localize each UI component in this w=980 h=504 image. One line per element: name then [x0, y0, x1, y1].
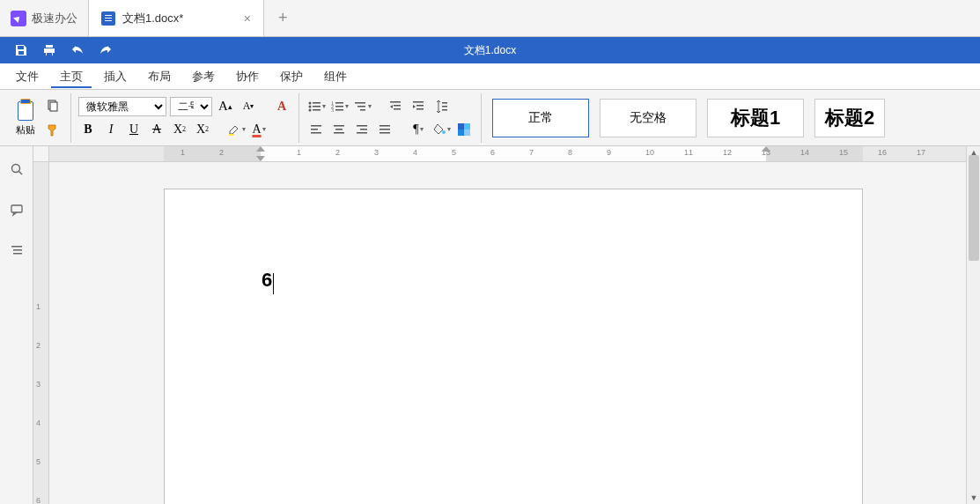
menu-plugin[interactable]: 组件	[315, 65, 356, 88]
copy-icon	[46, 99, 60, 113]
svg-rect-6	[313, 106, 321, 107]
font-name-select[interactable]: 微软雅黑	[78, 97, 166, 116]
underline-button[interactable]: U	[124, 120, 144, 139]
ruler-corner	[33, 146, 49, 162]
decrease-indent-icon	[388, 100, 402, 114]
multilevel-list-button[interactable]: ▾	[352, 97, 372, 116]
svg-rect-17	[360, 109, 365, 111]
add-tab-button[interactable]: +	[264, 9, 302, 27]
document-page[interactable]: 6	[164, 189, 863, 504]
svg-rect-18	[390, 101, 401, 103]
menu-reference[interactable]: 参考	[183, 65, 224, 88]
style-normal-label: 正常	[528, 110, 553, 126]
menu-collab[interactable]: 协作	[227, 65, 268, 88]
font-size-select[interactable]: 二号	[170, 97, 212, 116]
search-icon	[10, 162, 24, 176]
search-panel-button[interactable]	[6, 159, 27, 180]
outline-icon	[10, 243, 24, 257]
redo-button[interactable]	[92, 37, 120, 63]
bullet-list-button[interactable]: ▾	[306, 97, 326, 116]
menu-home[interactable]: 主页	[51, 65, 92, 88]
align-left-button[interactable]	[306, 120, 326, 139]
headings-panel-button[interactable]	[6, 240, 27, 261]
menu-file[interactable]: 文件	[7, 65, 48, 88]
svg-rect-21	[413, 101, 424, 103]
comments-panel-button[interactable]	[6, 199, 27, 220]
svg-rect-8	[313, 109, 321, 111]
scrollbar-thumb[interactable]	[969, 155, 979, 261]
horizontal-ruler[interactable]: 211234567891011121314151617	[49, 146, 966, 162]
print-button[interactable]	[35, 37, 63, 63]
svg-rect-14	[335, 109, 343, 111]
svg-rect-40	[458, 123, 464, 130]
menu-protect[interactable]: 保护	[271, 65, 312, 88]
horizontal-ruler-wrap: 211234567891011121314151617	[33, 146, 966, 162]
menu-layout[interactable]: 布局	[139, 65, 180, 88]
comment-icon	[10, 203, 24, 217]
numbered-list-button[interactable]: 123▾	[329, 97, 349, 116]
document-canvas[interactable]: 6	[49, 162, 966, 504]
change-case-button[interactable]: A	[272, 97, 291, 116]
paste-button[interactable]: 粘贴	[12, 97, 39, 138]
copy-button[interactable]	[42, 95, 63, 116]
bullet-list-icon	[307, 100, 321, 114]
line-spacing-button[interactable]	[431, 97, 451, 116]
decrease-indent-button[interactable]	[386, 97, 405, 116]
svg-rect-49	[13, 253, 22, 255]
svg-rect-22	[416, 105, 424, 107]
svg-rect-42	[458, 130, 464, 136]
redo-icon	[99, 43, 113, 57]
italic-button[interactable]: I	[101, 120, 121, 139]
save-button[interactable]	[7, 37, 35, 63]
increase-font-button[interactable]: A▴	[216, 97, 235, 116]
highlight-icon	[227, 122, 241, 137]
svg-line-45	[18, 172, 22, 175]
svg-rect-27	[311, 125, 321, 127]
increase-indent-button[interactable]	[409, 97, 428, 116]
workspace: 211234567891011121314151617 1234567 6 ▲ …	[33, 146, 980, 504]
align-justify-button[interactable]	[375, 120, 394, 139]
strikethrough-button[interactable]: A	[147, 120, 166, 139]
font-color-button[interactable]: A▾	[249, 120, 269, 139]
svg-rect-43	[464, 130, 470, 136]
theme-color-button[interactable]	[454, 120, 474, 139]
increase-indent-icon	[411, 100, 425, 114]
vertical-scrollbar[interactable]: ▲ ▼	[966, 146, 980, 504]
undo-button[interactable]	[63, 37, 92, 63]
svg-rect-12	[335, 106, 343, 107]
decrease-font-button[interactable]: A▾	[239, 97, 258, 116]
align-right-button[interactable]	[352, 120, 372, 139]
menu-insert[interactable]: 插入	[95, 65, 136, 88]
style-heading2[interactable]: 标题2	[814, 99, 885, 137]
svg-rect-20	[394, 108, 401, 110]
superscript-button[interactable]: X2	[170, 120, 189, 139]
svg-rect-1	[50, 102, 57, 111]
close-tab-icon[interactable]: ×	[244, 11, 251, 26]
paste-icon	[16, 99, 35, 122]
svg-rect-23	[416, 108, 424, 110]
subscript-button[interactable]: X2	[193, 120, 212, 139]
bold-button[interactable]: B	[78, 120, 98, 139]
document-tab[interactable]: 文档1.docx* ×	[88, 0, 264, 36]
paragraph-marks-button[interactable]: ¶▾	[409, 120, 428, 139]
svg-rect-48	[13, 249, 22, 251]
style-no-spacing[interactable]: 无空格	[600, 99, 696, 137]
ribbon-group-font: 微软雅黑 二号 A▴ A▾ A B I U A X2 X2 ▾	[71, 93, 299, 143]
ribbon: 粘贴 微软雅黑 二号 A▴ A▾ A	[0, 90, 980, 146]
scroll-down-icon[interactable]: ▼	[967, 492, 980, 504]
align-center-button[interactable]	[329, 120, 349, 139]
svg-rect-15	[355, 102, 365, 104]
svg-rect-2	[229, 134, 234, 136]
shading-button[interactable]: ▾	[431, 120, 451, 139]
svg-rect-38	[379, 132, 390, 134]
svg-rect-36	[379, 125, 390, 127]
style-normal[interactable]: 正常	[492, 99, 589, 137]
vertical-ruler[interactable]: 1234567	[33, 162, 49, 504]
highlight-button[interactable]: ▾	[226, 120, 246, 139]
svg-rect-10	[335, 102, 343, 104]
tab-title: 文档1.docx*	[122, 11, 183, 26]
svg-point-44	[11, 165, 19, 173]
ribbon-group-paragraph: ▾ 123▾ ▾ ¶▾ ▾	[299, 93, 482, 143]
style-heading1[interactable]: 标题1	[707, 99, 804, 137]
format-painter-button[interactable]	[42, 120, 63, 141]
